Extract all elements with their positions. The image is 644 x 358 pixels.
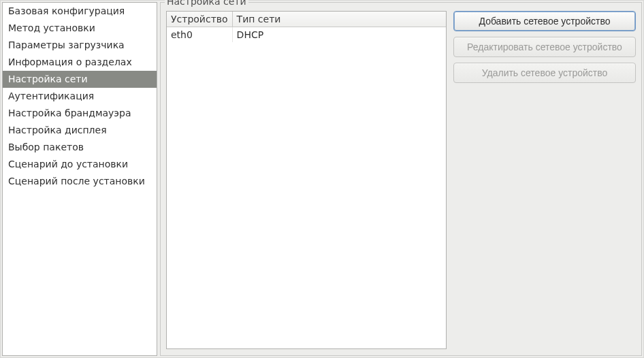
group-body: Устройство Тип сети eth0DHCP Добавить се… [161, 3, 641, 355]
sidebar-item-label: Метод установки [8, 22, 95, 33]
sidebar-item-label: Настройка сети [8, 74, 88, 84]
network-settings-group: Настройка сети Устройство Тип сети eth0D… [160, 2, 642, 356]
main-panel: Настройка сети Устройство Тип сети eth0D… [160, 2, 642, 356]
column-header-nettype[interactable]: Тип сети [232, 12, 446, 27]
sidebar-item-5[interactable]: Аутентификация [3, 88, 157, 105]
sidebar-item-7[interactable]: Настройка дисплея [3, 122, 157, 139]
sidebar-item-label: Информация о разделах [8, 56, 132, 67]
cell-device: eth0 [167, 27, 232, 43]
device-table-container[interactable]: Устройство Тип сети eth0DHCP [166, 11, 447, 349]
sidebar-item-label: Аутентификация [8, 91, 94, 101]
sidebar-item-label: Базовая конфигурация [8, 5, 125, 16]
add-network-device-button[interactable]: Добавить сетевое устройство [453, 11, 636, 31]
sidebar-item-6[interactable]: Настройка брандмауэра [3, 105, 157, 122]
table-row[interactable]: eth0DHCP [167, 27, 446, 43]
sidebar-item-label: Сценарий до установки [8, 159, 128, 169]
sidebar-item-label: Выбор пакетов [8, 142, 84, 152]
sidebar-nav-list[interactable]: Базовая конфигурацияМетод установкиПарам… [2, 2, 157, 356]
sidebar-item-3[interactable]: Информация о разделах [3, 54, 157, 71]
cell-nettype: DHCP [232, 27, 446, 43]
sidebar-item-0[interactable]: Базовая конфигурация [3, 3, 157, 20]
sidebar-item-8[interactable]: Выбор пакетов [3, 139, 157, 156]
sidebar-item-label: Сценарий после установки [8, 176, 145, 186]
sidebar-item-2[interactable]: Параметры загрузчика [3, 37, 157, 54]
sidebar-item-label: Настройка брандмауэра [8, 108, 131, 118]
sidebar-item-10[interactable]: Сценарий после установки [3, 173, 157, 190]
sidebar-item-9[interactable]: Сценарий до установки [3, 156, 157, 173]
device-table: Устройство Тип сети eth0DHCP [167, 12, 446, 42]
window-root: Базовая конфигурацияМетод установкиПарам… [0, 0, 644, 358]
sidebar-item-4[interactable]: Настройка сети [3, 71, 157, 88]
edit-network-device-button[interactable]: Редактировать сетевое устройство [453, 37, 636, 57]
sidebar-item-1[interactable]: Метод установки [3, 20, 157, 37]
sidebar-item-label: Настройка дисплея [8, 125, 107, 135]
button-column: Добавить сетевое устройство Редактироват… [447, 8, 636, 350]
delete-network-device-button[interactable]: Удалить сетевое устройство [453, 63, 636, 83]
group-title: Настройка сети [165, 0, 248, 6]
column-header-device[interactable]: Устройство [167, 12, 232, 27]
sidebar-item-label: Параметры загрузчика [8, 39, 125, 50]
